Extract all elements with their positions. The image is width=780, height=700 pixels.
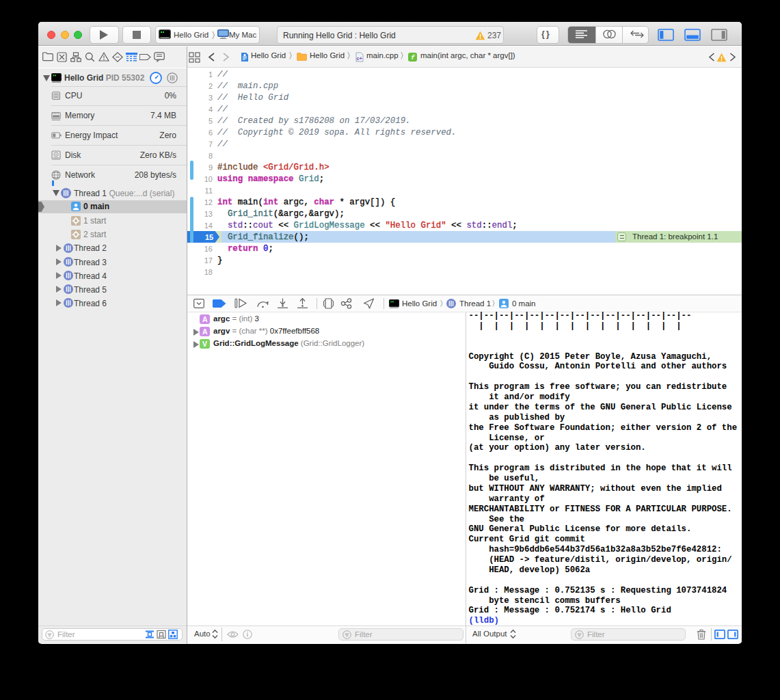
svg-text:c+: c+ — [356, 55, 362, 62]
svg-text:15: 15 — [205, 232, 213, 241]
